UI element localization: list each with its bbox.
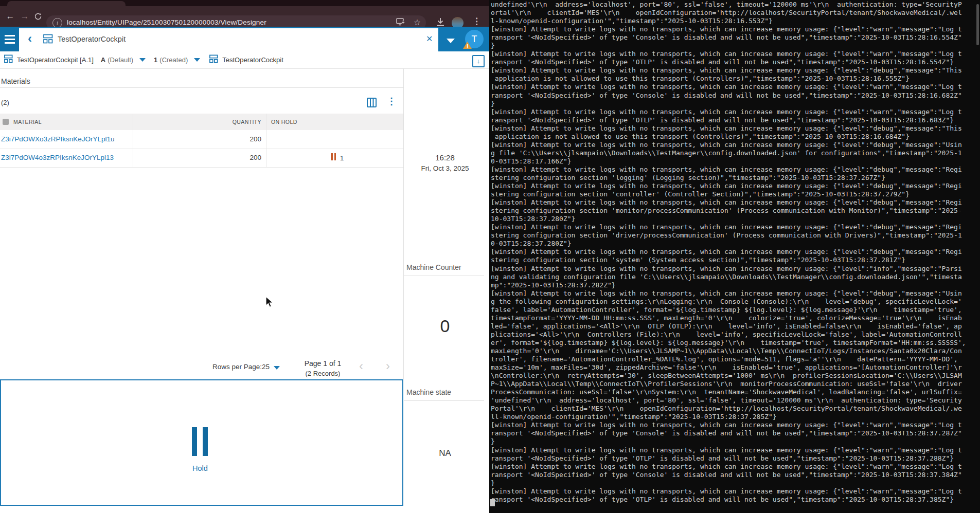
table-header: MATERIAL QUANTITY ON HOLD <box>0 114 403 130</box>
reload-icon[interactable] <box>32 6 44 27</box>
breadcrumb-version-state: (Created) <box>159 56 188 64</box>
previous-page-icon[interactable]: ‹ <box>359 359 363 373</box>
row-divider <box>0 167 403 168</box>
breadcrumb: TestOperatorCockpit [A.1] A (Default) 1 … <box>0 51 489 69</box>
on-hold-count: 1 <box>340 154 344 162</box>
column-header-quantity[interactable]: QUANTITY <box>133 119 261 125</box>
collapse-panel-icon[interactable]: ↓ <box>472 55 485 67</box>
mouse-cursor <box>265 296 275 310</box>
forward-icon[interactable]: → <box>19 6 31 27</box>
search-value[interactable]: TestOperatorCockpit <box>58 35 126 43</box>
browser-active-tab[interactable] <box>7 1 126 6</box>
column-header-material[interactable]: MATERIAL <box>13 119 42 125</box>
terminal-scrollbar[interactable] <box>976 4 979 45</box>
clear-search-icon[interactable]: ✕ <box>426 34 433 44</box>
terminal-cursor <box>490 499 495 506</box>
app-back-icon[interactable]: ‹ <box>28 32 32 45</box>
materials-title: Materials <box>1 77 30 85</box>
clock-time: 16:28 <box>404 153 486 162</box>
back-icon[interactable]: ← <box>4 6 16 27</box>
revision-dropdown-icon[interactable] <box>139 58 146 62</box>
table-row[interactable]: Z3i7PdOWXo3zRPIksnKeJOrYLpl1u200 <box>0 130 403 149</box>
column-header-onhold[interactable]: ON HOLD <box>271 119 297 125</box>
pause-icon <box>192 427 208 456</box>
version-dropdown-icon[interactable] <box>194 58 200 62</box>
column-settings-icon[interactable] <box>366 97 377 110</box>
materials-divider <box>0 87 403 88</box>
material-link[interactable]: Z3i7PdOW4o3zRPIksnKeJOrYLpl13 <box>1 154 114 161</box>
next-page-icon[interactable]: › <box>386 359 390 373</box>
machine-state-value: NA <box>404 448 486 459</box>
quantity-value: 200 <box>133 135 261 143</box>
terminal-log-output: undefined'\r\n address='localhost', port… <box>491 1 975 504</box>
browser-toolbar: ← → i localhost/Entity/UIPage/2510030750… <box>0 6 489 27</box>
row-divider <box>0 149 403 149</box>
hamburger-menu-button[interactable] <box>0 27 19 51</box>
breadcrumb-revision-state: (Default) <box>108 56 133 64</box>
select-all-checkbox[interactable] <box>3 119 9 125</box>
page-indicator: Page 1 of 1 <box>304 359 342 368</box>
hold-pause-icon <box>331 153 337 162</box>
machine-state-divider <box>404 400 484 401</box>
records-count: (2 Records) <box>301 370 345 377</box>
warning-badge-icon <box>462 41 472 51</box>
breadcrumb-revision: A <box>101 56 105 64</box>
entity-grid-icon <box>4 54 13 65</box>
rows-per-page[interactable]: Rows per Page:25 <box>212 363 270 371</box>
materials-count: (2) <box>1 99 9 106</box>
machine-counter-divider <box>404 276 484 276</box>
machine-state-label: Machine state <box>406 388 451 396</box>
url-text[interactable]: localhost/Entity/UIPage/2510030750120000… <box>67 19 266 26</box>
breadcrumb-entity[interactable]: TestOperatorCockpit [A.1] <box>17 56 94 64</box>
breadcrumb-version: 1 <box>154 56 157 64</box>
material-link[interactable]: Z3i7PdOWXo3zRPIksnKeJOrYLpl1u <box>1 135 115 143</box>
breadcrumb-page[interactable]: TestOperatorCockpit <box>222 56 283 64</box>
quantity-value: 200 <box>133 154 261 161</box>
hold-button-label[interactable]: Hold <box>174 464 226 472</box>
terminal-window[interactable]: undefined'\r\n address='localhost', port… <box>489 0 980 513</box>
browser-menu-icon[interactable]: ⋮ <box>472 16 481 27</box>
page-grid-icon <box>43 34 53 46</box>
table-row[interactable]: Z3i7PdOW4o3zRPIksnKeJOrYLpl132001 <box>0 149 403 167</box>
header-dropdown-icon[interactable] <box>447 39 455 43</box>
page-grid-icon-2 <box>209 54 218 65</box>
machine-counter-value: 0 <box>404 316 486 336</box>
on-hold-indicator: 1 <box>331 153 344 162</box>
more-options-icon[interactable]: ⋮ <box>387 96 396 107</box>
clock-date: Fri, Oct 3, 2025 <box>404 164 486 172</box>
machine-counter-label: Machine Counter <box>406 263 461 271</box>
rows-per-page-dropdown-icon[interactable] <box>274 366 280 370</box>
browser-tab-strip <box>0 0 489 6</box>
